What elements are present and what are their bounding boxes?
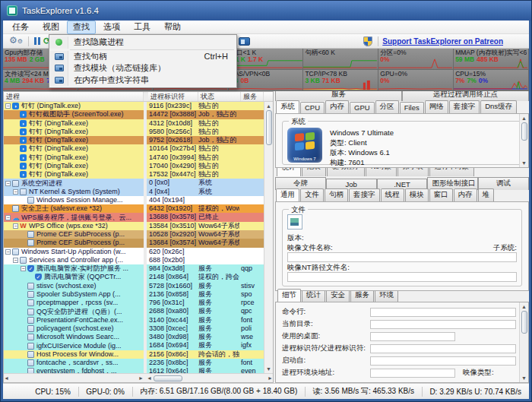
field-input[interactable] <box>370 332 455 341</box>
collapse-expander-icon[interactable]: − <box>5 181 11 186</box>
scroll-thumb[interactable] <box>521 122 527 141</box>
uac-elevate-button[interactable] <box>362 35 374 48</box>
process-row[interactable]: igfxCUIService Module (ig...1684 [0x694]… <box>4 341 264 350</box>
system-sub-tab[interactable]: Nt对象 <box>366 168 397 176</box>
scroll-left-icon[interactable]: ◄ <box>147 374 152 382</box>
graph-cell-1-5[interactable]: GPU=0%0% <box>378 70 454 91</box>
process-row[interactable]: Windows Session Manage...404 [0x194] <box>4 196 264 204</box>
system-sub-tab[interactable]: 池表 <box>302 168 326 176</box>
process-row[interactable]: fontcache，scardsvr，ss...2236 [0x8bc]服务fo… <box>4 359 264 367</box>
process-row[interactable]: −NT Kernel & System (System)4 [0x4]系统 <box>4 188 264 196</box>
process-row[interactable]: ◗钉钉 (DingTalk.exe)14740 [0x3994]独占的 <box>4 154 264 162</box>
graph-cell-0-5[interactable]: 分区=0%0% <box>378 49 454 70</box>
process-tab[interactable]: 窗口 <box>429 188 453 201</box>
scroll-right-icon[interactable]: ► <box>268 374 273 382</box>
column-header[interactable]: 进程标识符 <box>148 92 198 101</box>
process-row[interactable]: 安全卫士 (safesvr.exe *32)6432 [0x1920]提权的，W… <box>4 204 264 213</box>
pause-button[interactable] <box>33 35 42 48</box>
patreon-link[interactable]: Support TaskExplorer on Patreon <box>382 37 503 46</box>
process-row[interactable]: −✓腾讯电脑管家-实时防护服务 ...984 [0x3d8]服务qqp <box>4 264 264 273</box>
process-row[interactable]: ◗钉钉 (DingTalk.exe)17040 [0x4290]独占的 <box>4 162 264 170</box>
process-row[interactable]: ◗钉钉 (DingTalk.exe)4312 [0x10d8]独占的 <box>4 119 264 128</box>
collapse-expander-icon[interactable]: − <box>5 103 11 109</box>
collapse-expander-icon[interactable]: − <box>13 258 18 263</box>
menu-item[interactable]: 任务 <box>6 21 35 34</box>
graph-cell-1-6[interactable]: CPU=15%7%7%0% <box>454 70 529 91</box>
process-row[interactable]: −☁WPS服务程序，提供账号登录、云...13688 [0x3578]已终止 <box>4 213 264 221</box>
find-menu-item[interactable]: 在内存中查找字符串 <box>50 74 236 87</box>
columns-hscrollbar[interactable]: ◄ ► <box>147 374 273 382</box>
process-row[interactable]: ◗钉钉 (DingTalk.exe)9752 [0x2618]Job，独占的 <box>4 136 264 144</box>
scroll-up-icon[interactable]: ▲ <box>521 114 527 122</box>
detail-vscrollbar[interactable]: ▲ ▼ <box>519 302 528 382</box>
process-row[interactable]: Prome CEF SubProcess (p...13684 [0x3574]… <box>4 239 264 247</box>
scroll-thumb[interactable] <box>521 311 527 334</box>
process-row[interactable]: rpceptmapper，rpcss (sv...796 [0x31c]服务rp… <box>4 299 264 307</box>
process-tab[interactable]: 堆 <box>478 188 495 201</box>
find-menu-item[interactable]: 查找模块（动态链接库） <box>50 62 236 74</box>
system-sub-tab[interactable]: 原子表 <box>397 168 429 176</box>
menu-item[interactable]: 视图 <box>36 21 65 34</box>
title-bar[interactable]: TaskExplorer v1.6.4 <box>1 1 531 21</box>
scroll-down-icon[interactable]: ▼ <box>521 374 527 382</box>
nt-path-input[interactable] <box>287 272 517 282</box>
graph-cell-1-3[interactable]: RAS/VPN<0B0B0B <box>229 70 304 91</box>
process-row[interactable]: −◗钉钉 (DingTalk.exe)9116 [0x239c]独占的 <box>4 102 264 110</box>
menu-item[interactable]: 查找 <box>67 21 96 34</box>
process-row[interactable]: −Windows Start-Up Application (w...620 [… <box>4 248 264 256</box>
field-input[interactable] <box>370 308 516 317</box>
collapse-expander-icon[interactable]: − <box>13 189 18 195</box>
process-row[interactable]: ◗钉钉 (DingTalk.exe)17532 [0x447c]独占的 <box>4 170 264 179</box>
field-input[interactable] <box>370 320 516 329</box>
collapse-expander-icon[interactable]: − <box>5 249 11 255</box>
process-tab[interactable]: 通用 <box>276 188 299 202</box>
column-header[interactable]: 状态 <box>198 92 241 101</box>
process-tab[interactable]: 线程 <box>381 188 404 201</box>
process-row[interactable]: −Services and Controller app (...688 [0x… <box>4 256 264 264</box>
scroll-thumb[interactable] <box>154 375 182 381</box>
process-row[interactable]: PresentationFontCache.ex...3140 [0xc44]服… <box>4 316 264 324</box>
collapse-expander-icon[interactable]: − <box>21 266 26 271</box>
scroll-right-icon[interactable]: ► <box>138 374 144 382</box>
field-input[interactable] <box>370 369 455 378</box>
menu-item[interactable]: 工具 <box>128 21 157 34</box>
system-sub-tab[interactable]: 运行中对象 <box>429 168 474 176</box>
scroll-up-icon[interactable]: ▲ <box>521 302 527 311</box>
system-tab[interactable]: Dns缓存 <box>480 100 517 113</box>
system-sub-tab[interactable]: 统计 <box>277 168 301 176</box>
process-row[interactable]: Spooler SubSystem App (...2136 [0x858]服务… <box>4 290 264 299</box>
process-tab[interactable]: 模块 <box>405 188 429 201</box>
process-row[interactable]: ◗钉钉 (DingTalk.exe)10164 [0x27b4]独占的 <box>4 144 264 153</box>
process-tab[interactable]: 内存 <box>454 188 477 201</box>
scroll-down-icon[interactable]: ▼ <box>521 159 527 167</box>
process-row[interactable]: eventsystem，fdphost，...1612 [0x64c]服务eve… <box>4 367 264 373</box>
process-row[interactable]: ✓腾讯电脑管家 (QQPCTr...2148 [0x864]提权的，跨会... <box>4 273 264 281</box>
process-row[interactable]: Prome CEF SubProcess (p...10528 [0x2920]… <box>4 230 264 239</box>
graph-cell-0-4[interactable]: 句柄<60 K <box>303 49 378 70</box>
find-menu-item[interactable]: 查找句柄Ctrl+H <box>50 51 236 63</box>
graph-cell-0-3[interactable]: 窗口<1 K1.1 K1.7 K <box>229 49 304 70</box>
collapse-expander-icon[interactable]: − <box>13 223 18 229</box>
process-row[interactable]: QQ安全防护进程（Q盾）(...2688 [0xa80]服务qpc <box>4 307 264 315</box>
system-tab[interactable]: 套接字 <box>449 100 480 113</box>
field-input[interactable] <box>370 356 516 366</box>
process-row[interactable]: ◗钉钉截图助手 (ScreenTool.exe)14472 [0x3888]Jo… <box>4 110 264 119</box>
field-input[interactable] <box>370 344 516 353</box>
process-tab[interactable]: 套接字 <box>349 188 380 201</box>
process-vscrollbar[interactable]: ▲ ▼ <box>264 102 273 373</box>
process-row[interactable]: policyagent (svchost.exe)3308 [0xcec]服务p… <box>4 324 264 333</box>
system-tab[interactable]: 分区 <box>375 100 399 113</box>
system-tab[interactable]: Files <box>400 102 424 113</box>
process-row[interactable]: −系统空闲进程0 [0x0]系统 <box>4 179 264 187</box>
column-header[interactable]: 进程 <box>4 92 144 101</box>
system-tab[interactable]: GPU <box>350 102 375 113</box>
scroll-down-icon[interactable]: ▼ <box>266 365 271 373</box>
graph-cell-0-6[interactable]: MMAP (内存映射)实写<67 M59 MB485 KB <box>454 49 529 70</box>
column-header[interactable]: 服务 <box>241 92 264 101</box>
panels-button[interactable] <box>237 35 252 48</box>
scroll-thumb[interactable] <box>266 110 272 145</box>
system-tab[interactable]: 网络 <box>425 100 448 113</box>
image-name-input[interactable] <box>287 252 517 262</box>
system-tab[interactable]: 系统 <box>276 100 299 114</box>
process-tab[interactable]: 句柄 <box>325 188 348 201</box>
